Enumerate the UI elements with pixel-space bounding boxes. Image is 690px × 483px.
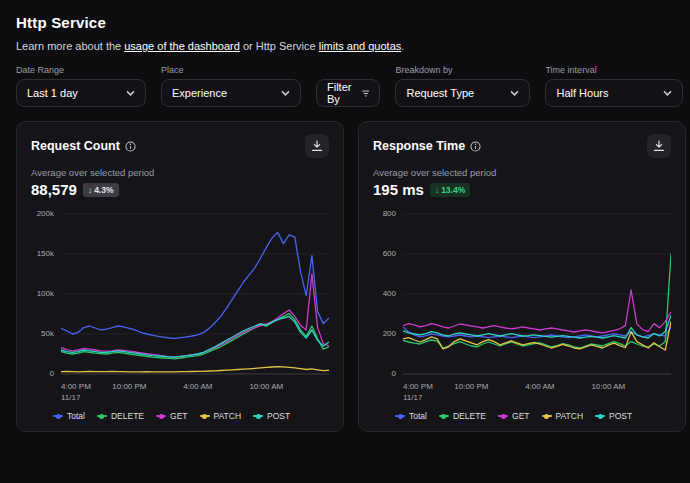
download-icon [311, 140, 323, 152]
chart-plot: 0200400600800 [373, 208, 671, 378]
x-axis-tick: 10:00 PM [112, 382, 146, 393]
date-range-label: Date Range [16, 65, 146, 75]
chart-title-text: Request Count [31, 139, 120, 153]
y-axis-tick: 0 [392, 369, 396, 378]
legend-swatch [595, 415, 605, 417]
delta-value: 13.4% [441, 185, 465, 195]
filter-by-group: Filter By [316, 79, 380, 107]
legend-swatch [253, 415, 263, 417]
legend-item-patch[interactable]: PATCH [542, 411, 584, 421]
average-label: Average over selected period [373, 167, 671, 178]
limits-quotas-link[interactable]: limits and quotas [319, 40, 402, 52]
legend-swatch [53, 415, 63, 417]
legend-label: Total [409, 411, 427, 421]
date-range-value: Last 1 day [27, 87, 78, 99]
legend-label: Total [67, 411, 85, 421]
x-axis-tick: 4:00 PM11/17 [61, 382, 91, 404]
x-axis: 4:00 PM11/1710:00 PM4:00 AM10:00 AM [403, 382, 671, 406]
legend-item-patch[interactable]: PATCH [200, 411, 242, 421]
y-axis-tick: 800 [383, 209, 396, 218]
delta-arrow-icon: ↓ [435, 185, 439, 195]
x-axis-tick: 4:00 PM11/17 [403, 382, 433, 404]
time-interval-select[interactable]: Half Hours [545, 79, 683, 107]
y-axis-tick: 200k [37, 209, 54, 218]
legend-swatch [395, 415, 405, 417]
legend-label: DELETE [453, 411, 486, 421]
legend-item-total[interactable]: Total [53, 411, 85, 421]
legend-item-total[interactable]: Total [395, 411, 427, 421]
date-range-group: Date Range Last 1 day [16, 65, 146, 107]
delta-badge: ↓4.3% [83, 183, 119, 197]
line-chart[interactable] [403, 208, 671, 378]
breakdown-select[interactable]: Request Type [395, 79, 530, 107]
usage-dashboard-link[interactable]: usage of the dashboard [124, 40, 240, 52]
x-axis-tick: 4:00 AM [183, 382, 212, 393]
legend-item-get[interactable]: GET [156, 411, 187, 421]
chart-legend: TotalDELETEGETPATCHPOST [395, 411, 671, 421]
legend-swatch [156, 415, 166, 417]
average-label: Average over selected period [31, 167, 329, 178]
chart-title-text: Response Time [373, 139, 465, 153]
chevron-down-icon [663, 90, 672, 96]
request-count-card: Request Count Average over selected peri… [16, 121, 344, 432]
filter-by-label: Filter By [327, 81, 355, 105]
info-icon[interactable] [125, 141, 136, 152]
legend-swatch [439, 415, 449, 417]
place-value: Experience [172, 87, 227, 99]
charts-row: Request Count Average over selected peri… [16, 121, 674, 432]
time-interval-label: Time interval [545, 65, 683, 75]
delta-badge: ↓13.4% [430, 183, 470, 197]
filter-icon [362, 89, 370, 98]
y-axis-tick: 0 [50, 369, 54, 378]
chart-title: Request Count [31, 139, 136, 153]
info-icon[interactable] [470, 141, 481, 152]
legend-label: PATCH [556, 411, 584, 421]
y-axis-tick: 400 [383, 289, 396, 298]
y-axis-tick: 50k [41, 329, 54, 338]
legend-item-post[interactable]: POST [253, 411, 290, 421]
download-button[interactable] [305, 134, 329, 158]
date-range-select[interactable]: Last 1 day [16, 79, 146, 107]
x-axis-tick: 10:00 AM [591, 382, 625, 393]
legend-swatch [97, 415, 107, 417]
legend-item-delete[interactable]: DELETE [439, 411, 486, 421]
response-time-card: Response Time Average over selected peri… [358, 121, 686, 432]
filter-by-button[interactable]: Filter By [316, 79, 380, 107]
y-axis-tick: 150k [37, 249, 54, 258]
chevron-down-icon [126, 90, 135, 96]
legend-item-get[interactable]: GET [498, 411, 529, 421]
chevron-down-icon [281, 90, 290, 96]
page-header: Http Service Learn more about the usage … [16, 14, 674, 52]
average-value: 88,579 [31, 181, 77, 198]
filter-bar: Date Range Last 1 day Place Experience F… [16, 65, 674, 107]
intro-suffix: . [401, 40, 404, 52]
download-button[interactable] [647, 134, 671, 158]
place-select[interactable]: Experience [161, 79, 301, 107]
x-axis-tick: 4:00 AM [525, 382, 554, 393]
chart-title: Response Time [373, 139, 481, 153]
legend-label: GET [170, 411, 187, 421]
legend-item-delete[interactable]: DELETE [97, 411, 144, 421]
breakdown-group: Breakdown by Request Type [395, 65, 530, 107]
intro-middle: or Http Service [240, 40, 319, 52]
legend-label: POST [267, 411, 290, 421]
line-chart[interactable] [61, 208, 329, 378]
legend-swatch [200, 415, 210, 417]
x-axis-tick: 10:00 PM [454, 382, 488, 393]
y-axis-tick: 600 [383, 249, 396, 258]
intro-text: Learn more about the usage of the dashbo… [16, 40, 674, 52]
average-value: 195 ms [373, 181, 424, 198]
intro-prefix: Learn more about the [16, 40, 124, 52]
breakdown-label: Breakdown by [395, 65, 530, 75]
y-axis: 0200400600800 [373, 208, 403, 378]
x-axis-tick: 10:00 AM [249, 382, 283, 393]
place-label: Place [161, 65, 301, 75]
legend-label: PATCH [214, 411, 242, 421]
legend-swatch [498, 415, 508, 417]
legend-swatch [542, 415, 552, 417]
delta-value: 4.3% [94, 185, 113, 195]
place-group: Place Experience [161, 65, 301, 107]
legend-item-post[interactable]: POST [595, 411, 632, 421]
chart-plot: 050k100k150k200k [31, 208, 329, 378]
time-interval-value: Half Hours [556, 87, 608, 99]
